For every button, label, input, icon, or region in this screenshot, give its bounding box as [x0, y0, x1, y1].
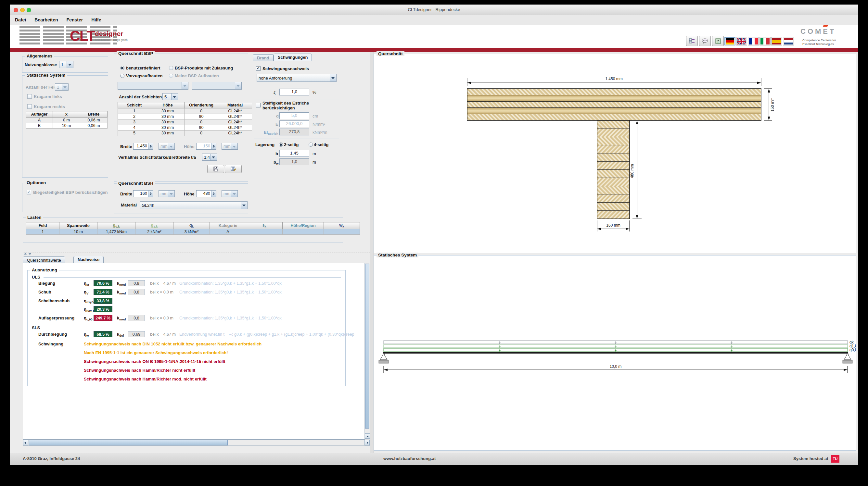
table-row[interactable]: 430 mm90GL24h* [118, 125, 252, 130]
splitter-up-icon[interactable] [24, 253, 27, 255]
menu-bearbeiten[interactable]: Bearbeiten [34, 17, 58, 23]
e-label: E [276, 122, 278, 127]
schwingungsnachweis-label[interactable]: Schwingungsnachweis [262, 66, 309, 71]
flag-german[interactable] [724, 37, 736, 45]
estrich-label-line2[interactable]: berücksichtigen [262, 105, 295, 110]
divider [43, 277, 341, 278]
table-row[interactable]: 130 mm0GL24h* [118, 108, 252, 114]
anforderung-select[interactable]: hohe Anforderung [257, 74, 337, 82]
table-row[interactable]: 230 mm90GL24h* [118, 114, 252, 120]
horizontal-scrollbar[interactable] [23, 440, 370, 446]
vertical-scrollbar-thumb[interactable] [365, 264, 369, 428]
bsh-material-select[interactable]: GL24h [140, 201, 248, 209]
radio-bsp-produkte-label[interactable]: BSP-Produkte mit Zulassung [175, 66, 233, 70]
bsh-breite-label: Breite [120, 192, 132, 196]
divider [43, 328, 341, 328]
b-label: b [276, 151, 278, 156]
app-window: CLTdesigner - Rippendecke Datei Bearbeit… [10, 4, 858, 465]
radio-2-seitig[interactable] [279, 142, 283, 147]
cell: 10 m [59, 229, 97, 235]
scroll-down-button[interactable] [365, 433, 370, 439]
flag-spanish[interactable] [771, 37, 782, 45]
ei-unit: kNm²/m [312, 130, 328, 135]
table-row[interactable]: 530 mm0GL24h* [118, 130, 252, 136]
tab-querschnittswerte[interactable]: Querschnittswerte [23, 257, 65, 263]
menu-datei[interactable]: Datei [15, 17, 26, 23]
group-title: Allgemeines [25, 54, 54, 59]
radio-benutzerdefiniert[interactable] [120, 66, 124, 70]
lasten-row[interactable]: 1 10 m 1,472 kN/m 2 kN/m² 3 kN/m² A [26, 229, 360, 235]
horizontal-splitter[interactable] [23, 253, 370, 256]
vertical-scrollbar[interactable] [365, 263, 370, 439]
edit-table-button[interactable] [225, 165, 242, 173]
status-website[interactable]: www.holzbauforschung.at [383, 456, 436, 461]
flag-dutch[interactable] [783, 37, 794, 45]
zeta-field[interactable]: 1,0 [279, 89, 309, 95]
tab-nachweise[interactable]: Nachweise [73, 256, 104, 263]
col-header: Schicht [118, 102, 151, 108]
bsp-breite-spinner[interactable]: 1.450 [133, 143, 153, 150]
biegung-utilization-badge: 70,6 % [94, 280, 113, 286]
radio-4-seitig-label[interactable]: 4-seitig [314, 142, 329, 147]
flag-italian[interactable] [760, 37, 771, 45]
chevron-down-icon[interactable] [241, 202, 247, 209]
radio-benutzerdefiniert-label[interactable]: benutzerdefiniert [126, 66, 160, 70]
spinner-arrows-icon[interactable] [211, 191, 216, 197]
save-layup-button[interactable] [207, 165, 224, 173]
d-field: 5,0 [279, 112, 309, 119]
flag-english[interactable] [736, 37, 747, 45]
sls-label: SLS [32, 325, 40, 330]
scroll-left-button[interactable] [23, 440, 28, 446]
comment-button[interactable] [699, 36, 711, 46]
tab-brand[interactable]: Brand [253, 54, 274, 61]
durchbiegung-combination: Endverformung wnet,fin t = ∞: g0,k + (g0… [179, 332, 354, 337]
schwingungsnachweis-checkbox[interactable] [256, 66, 260, 71]
schichten-select[interactable]: 5 [162, 93, 178, 100]
verhaeltnis-select[interactable]: 1:4 [202, 154, 217, 161]
chevron-down-icon[interactable] [171, 94, 178, 100]
radio-bsp-produkte[interactable] [169, 66, 173, 70]
splitter-down-icon[interactable] [29, 253, 31, 255]
spinner-arrows-icon[interactable] [148, 191, 153, 197]
warning-en1995: Nach EN 1995-1-1 ist ein genauerer Schwi… [84, 350, 228, 355]
radio-2-seitig-label[interactable]: 2-seitig [284, 142, 299, 147]
help-button[interactable]: ? [712, 36, 724, 46]
chevron-down-icon[interactable] [67, 61, 73, 68]
cell: 10 m [53, 123, 80, 129]
chevron-down-icon[interactable] [210, 154, 217, 160]
bsh-hoehe-spinner[interactable]: 480 [196, 190, 216, 197]
bsp-hoehe-unit-select: mm [221, 143, 238, 150]
menu-fenster[interactable]: Fenster [67, 17, 83, 23]
horizontal-scrollbar-thumb[interactable] [29, 440, 228, 446]
radio-4-seitig[interactable] [309, 142, 313, 147]
netherlands-flag-icon [784, 38, 793, 44]
nutzungsklasse-select[interactable]: 1 [59, 61, 73, 68]
titlebar: CLTdesigner - Rippendecke [10, 4, 858, 15]
options-button[interactable] [686, 36, 698, 46]
table-row[interactable]: B 10 m 0,06 m [26, 123, 107, 129]
flag-french[interactable] [748, 37, 759, 45]
col-header: Breite [80, 111, 107, 118]
estrich-checkbox[interactable] [256, 103, 260, 107]
group-querschnitt-drawing: Querschnitt [374, 54, 856, 253]
estrich-label-line1[interactable]: Steifigkeit des Estrichs [262, 101, 309, 105]
bsh-breite-spinner[interactable]: 160 [133, 190, 153, 197]
tab-schwingungen[interactable]: Schwingungen [274, 54, 312, 61]
cross-section-drawing: 1.450 mm 150 mm 480 mm 160 mm [374, 54, 856, 253]
kmod-label: kmod [117, 316, 126, 321]
cell: 90 [185, 114, 218, 120]
radio-vorzugsaufbauten[interactable] [120, 74, 124, 78]
table-row[interactable]: 330 mm0GL24h* [118, 120, 252, 125]
radio-vorzugsaufbauten-label[interactable]: Vorzugsaufbauten [126, 73, 162, 78]
scroll-right-button[interactable] [365, 440, 370, 446]
cell: GL24h* [218, 114, 252, 120]
table-row[interactable]: A 0 m 0,06 m [26, 118, 107, 123]
auflagerpressung-badge: 249,7 % [94, 315, 113, 321]
menu-hilfe[interactable]: Hilfe [91, 17, 101, 23]
row-auflagerpressung-label: Auflagerpressung [38, 316, 74, 320]
b-field[interactable]: 1,45 [279, 150, 309, 157]
dim-flange-height: 150 mm [770, 97, 775, 111]
spinner-arrows-icon [211, 143, 216, 149]
spinner-arrows-icon[interactable] [148, 143, 153, 149]
chevron-down-icon[interactable] [330, 74, 336, 82]
